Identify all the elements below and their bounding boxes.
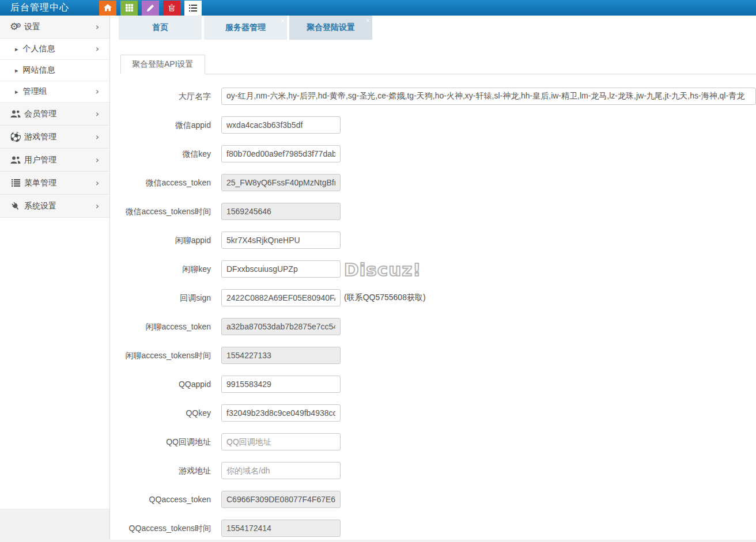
tab-aggregate-login-api-settings[interactable]: 聚合登陆API设置 xyxy=(120,55,205,74)
panel-tab-bar: 聚合登陆API设置 xyxy=(120,56,756,74)
sidebar-item-label: 菜单管理 xyxy=(24,178,56,188)
sidebar-item-games[interactable]: ⚽ 游戏管理 › xyxy=(0,126,109,149)
field-wechat-appid: 微信appid xyxy=(110,116,756,134)
xianliao-key-input[interactable] xyxy=(221,260,341,278)
field-qq-access-tokens-time: QQaccess_tokens时间 xyxy=(110,520,756,537)
sidebar-item-menus[interactable]: 菜单管理 › xyxy=(0,172,109,195)
field-label: QQappid xyxy=(110,376,211,393)
plug-icon xyxy=(9,202,22,211)
chevron-right-icon: › xyxy=(96,201,99,211)
tab-label: 聚合登陆设置 xyxy=(307,22,355,33)
sidebar-item-label: 会员管理 xyxy=(24,109,56,119)
delete-button[interactable] xyxy=(163,1,180,16)
field-wechat-access-token: 微信access_token xyxy=(110,174,756,191)
sidebar-item-label: 系统设置 xyxy=(24,201,56,211)
close-icon[interactable]: × xyxy=(366,17,370,24)
xianliao-access-tokens-time-input xyxy=(221,347,341,364)
chevron-right-icon: › xyxy=(96,22,99,32)
tab-label: 首页 xyxy=(152,22,168,33)
top-bar: 后台管理中心 xyxy=(0,0,756,16)
window-tab-bar: 首页 服务器管理 × 聚合登陆设置 × xyxy=(110,16,756,40)
field-label: 游戏地址 xyxy=(110,462,211,479)
hall-name-input[interactable] xyxy=(221,88,756,105)
sidebar-subitem-label: 个人信息 xyxy=(23,44,55,54)
field-xianliao-appid: 闲聊appid xyxy=(110,232,756,249)
pencil-icon xyxy=(147,4,154,12)
field-label: QQ回调地址 xyxy=(110,433,211,450)
field-label: 微信appid xyxy=(110,116,211,134)
chevron-right-icon: › xyxy=(96,132,99,142)
sidebar-item-system-settings[interactable]: 系统设置 › xyxy=(0,195,109,218)
field-qq-appid: QQappid xyxy=(110,376,756,393)
sidebar-item-settings[interactable]: ⚙⚙ 设置 › xyxy=(0,16,109,39)
field-label: 闲聊key xyxy=(110,260,211,278)
game-url-input[interactable] xyxy=(221,462,341,479)
caret-right-icon: ▸ xyxy=(15,46,18,53)
chevron-right-icon: › xyxy=(96,86,99,97)
field-label: 闲聊access_tokens时间 xyxy=(110,347,211,364)
close-icon[interactable]: × xyxy=(281,17,285,24)
home-button[interactable] xyxy=(99,1,116,16)
field-wechat-key: 微信key xyxy=(110,145,756,162)
sidebar-subitem-admin-group[interactable]: ▸ 管理组 › xyxy=(0,81,109,103)
field-callback-sign: 回调sign (联系QQ5755608获取) xyxy=(110,289,756,306)
chevron-right-icon: › xyxy=(96,109,99,119)
sidebar: ⚙⚙ 设置 › ▸ 个人信息 › ▸ 网站信息 ▸ 管理组 › 会员管理 › ⚽… xyxy=(0,16,109,509)
sidebar-item-label: 游戏管理 xyxy=(24,132,56,142)
caret-right-icon: ▸ xyxy=(15,67,18,74)
wechat-access-token-input xyxy=(221,174,341,191)
field-label: QQaccess_token xyxy=(110,491,211,508)
field-qq-access-token: QQaccess_token xyxy=(110,491,756,508)
home-icon xyxy=(104,4,112,12)
field-xianliao-key: 闲聊key xyxy=(110,260,756,278)
edit-button[interactable] xyxy=(142,1,159,16)
users-icon xyxy=(9,110,22,118)
field-hall-name: 大厅名字 xyxy=(110,88,756,105)
sidebar-item-users[interactable]: 用户管理 › xyxy=(0,149,109,172)
field-xianliao-access-token: 闲聊access_token xyxy=(110,318,756,335)
topbar-quick-buttons xyxy=(99,1,202,16)
wechat-key-input[interactable] xyxy=(221,145,341,162)
gears-icon: ⚙⚙ xyxy=(9,22,22,32)
soccer-ball-icon: ⚽ xyxy=(9,132,22,142)
wechat-access-tokens-time-input xyxy=(221,203,341,220)
qq-key-input[interactable] xyxy=(221,404,341,422)
sidebar-subitem-profile[interactable]: ▸ 个人信息 › xyxy=(0,39,109,60)
field-label: 闲聊appid xyxy=(110,232,211,249)
qq-callback-url-input[interactable] xyxy=(221,433,341,450)
xianliao-appid-input[interactable] xyxy=(221,232,341,249)
list-icon xyxy=(189,5,197,12)
menu-list-button[interactable] xyxy=(184,1,202,16)
caret-right-icon: ▸ xyxy=(15,88,18,96)
settings-form: 大厅名字 微信appid 微信key 微信access_token 微信acce… xyxy=(110,88,756,537)
field-label: 微信access_token xyxy=(110,174,211,191)
tab-aggregate-login-settings[interactable]: 聚合登陆设置 × xyxy=(289,16,372,40)
sidebar-subitem-label: 管理组 xyxy=(23,86,47,97)
field-label: QQkey xyxy=(110,404,211,422)
sidebar-item-members[interactable]: 会员管理 › xyxy=(0,103,109,126)
field-label: 微信access_tokens时间 xyxy=(110,203,211,220)
field-label: 闲聊access_token xyxy=(110,318,211,335)
list-icon xyxy=(9,179,22,187)
app-title: 后台管理中心 xyxy=(10,2,69,14)
xianliao-access-token-input xyxy=(221,318,341,335)
callback-sign-note: (联系QQ5755608获取) xyxy=(344,293,426,303)
grid-button[interactable] xyxy=(120,1,138,16)
tab-label: 服务器管理 xyxy=(225,22,266,33)
tab-server-management[interactable]: 服务器管理 × xyxy=(204,16,287,40)
sidebar-subitem-site-info[interactable]: ▸ 网站信息 xyxy=(0,60,109,81)
field-wechat-access-tokens-time: 微信access_tokens时间 xyxy=(110,203,756,220)
field-xianliao-access-tokens-time: 闲聊access_tokens时间 xyxy=(110,347,756,364)
callback-sign-input[interactable] xyxy=(221,289,341,306)
sidebar-item-label: 设置 xyxy=(24,22,40,32)
field-qq-key: QQkey xyxy=(110,404,756,422)
field-game-url: 游戏地址 xyxy=(110,462,756,479)
qq-access-tokens-time-input xyxy=(221,520,341,537)
tab-home[interactable]: 首页 xyxy=(119,16,202,40)
field-label: 大厅名字 xyxy=(110,88,211,105)
sidebar-item-label: 用户管理 xyxy=(24,155,56,165)
field-label: QQaccess_tokens时间 xyxy=(110,520,211,537)
wechat-appid-input[interactable] xyxy=(221,116,341,134)
qq-appid-input[interactable] xyxy=(221,376,341,393)
field-qq-callback-url: QQ回调地址 xyxy=(110,433,756,450)
